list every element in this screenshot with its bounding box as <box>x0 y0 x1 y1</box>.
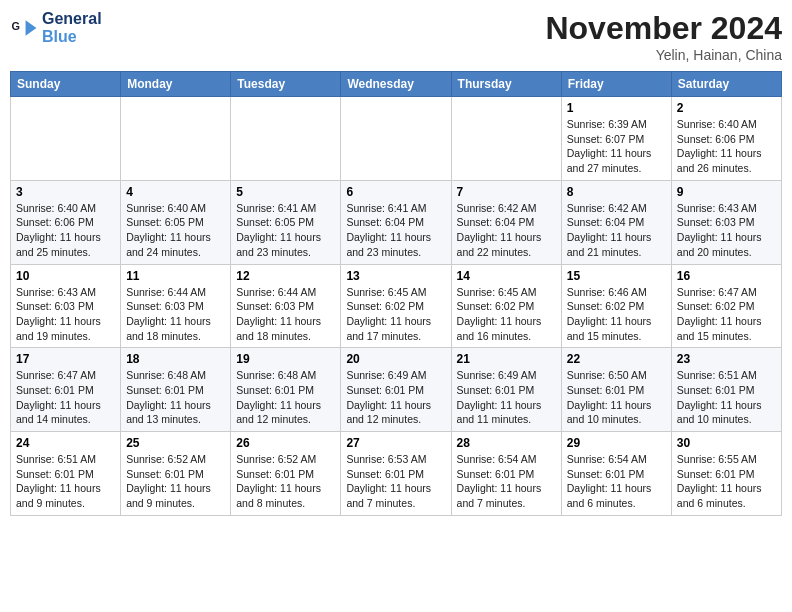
calendar-table: SundayMondayTuesdayWednesdayThursdayFrid… <box>10 71 782 516</box>
calendar-header: SundayMondayTuesdayWednesdayThursdayFrid… <box>11 72 782 97</box>
day-number: 21 <box>457 352 556 366</box>
calendar-cell: 2Sunrise: 6:40 AM Sunset: 6:06 PM Daylig… <box>671 97 781 181</box>
calendar-cell: 14Sunrise: 6:45 AM Sunset: 6:02 PM Dayli… <box>451 264 561 348</box>
day-number: 27 <box>346 436 445 450</box>
day-info: Sunrise: 6:45 AM Sunset: 6:02 PM Dayligh… <box>346 285 445 344</box>
day-info: Sunrise: 6:40 AM Sunset: 6:05 PM Dayligh… <box>126 201 225 260</box>
calendar-cell <box>121 97 231 181</box>
calendar-cell: 1Sunrise: 6:39 AM Sunset: 6:07 PM Daylig… <box>561 97 671 181</box>
day-info: Sunrise: 6:43 AM Sunset: 6:03 PM Dayligh… <box>677 201 776 260</box>
day-info: Sunrise: 6:55 AM Sunset: 6:01 PM Dayligh… <box>677 452 776 511</box>
calendar-cell: 11Sunrise: 6:44 AM Sunset: 6:03 PM Dayli… <box>121 264 231 348</box>
calendar-cell: 25Sunrise: 6:52 AM Sunset: 6:01 PM Dayli… <box>121 432 231 516</box>
title-block: November 2024 Yelin, Hainan, China <box>545 10 782 63</box>
calendar-week-row: 10Sunrise: 6:43 AM Sunset: 6:03 PM Dayli… <box>11 264 782 348</box>
day-info: Sunrise: 6:40 AM Sunset: 6:06 PM Dayligh… <box>677 117 776 176</box>
day-info: Sunrise: 6:50 AM Sunset: 6:01 PM Dayligh… <box>567 368 666 427</box>
day-info: Sunrise: 6:49 AM Sunset: 6:01 PM Dayligh… <box>346 368 445 427</box>
day-number: 14 <box>457 269 556 283</box>
weekday-header: Thursday <box>451 72 561 97</box>
calendar-cell: 9Sunrise: 6:43 AM Sunset: 6:03 PM Daylig… <box>671 180 781 264</box>
month-title: November 2024 <box>545 10 782 47</box>
calendar-cell: 19Sunrise: 6:48 AM Sunset: 6:01 PM Dayli… <box>231 348 341 432</box>
calendar-week-row: 1Sunrise: 6:39 AM Sunset: 6:07 PM Daylig… <box>11 97 782 181</box>
logo-line1: General <box>42 10 102 28</box>
calendar-cell: 16Sunrise: 6:47 AM Sunset: 6:02 PM Dayli… <box>671 264 781 348</box>
day-number: 7 <box>457 185 556 199</box>
weekday-header: Tuesday <box>231 72 341 97</box>
calendar-cell: 30Sunrise: 6:55 AM Sunset: 6:01 PM Dayli… <box>671 432 781 516</box>
day-info: Sunrise: 6:43 AM Sunset: 6:03 PM Dayligh… <box>16 285 115 344</box>
day-number: 2 <box>677 101 776 115</box>
day-number: 15 <box>567 269 666 283</box>
day-number: 11 <box>126 269 225 283</box>
calendar-cell: 18Sunrise: 6:48 AM Sunset: 6:01 PM Dayli… <box>121 348 231 432</box>
day-number: 16 <box>677 269 776 283</box>
calendar-cell: 3Sunrise: 6:40 AM Sunset: 6:06 PM Daylig… <box>11 180 121 264</box>
day-info: Sunrise: 6:42 AM Sunset: 6:04 PM Dayligh… <box>457 201 556 260</box>
weekday-header: Monday <box>121 72 231 97</box>
day-info: Sunrise: 6:52 AM Sunset: 6:01 PM Dayligh… <box>126 452 225 511</box>
day-number: 25 <box>126 436 225 450</box>
calendar-body: 1Sunrise: 6:39 AM Sunset: 6:07 PM Daylig… <box>11 97 782 516</box>
day-number: 19 <box>236 352 335 366</box>
day-info: Sunrise: 6:42 AM Sunset: 6:04 PM Dayligh… <box>567 201 666 260</box>
calendar-cell <box>451 97 561 181</box>
day-info: Sunrise: 6:54 AM Sunset: 6:01 PM Dayligh… <box>457 452 556 511</box>
day-number: 8 <box>567 185 666 199</box>
day-number: 30 <box>677 436 776 450</box>
calendar-cell: 26Sunrise: 6:52 AM Sunset: 6:01 PM Dayli… <box>231 432 341 516</box>
calendar-cell: 4Sunrise: 6:40 AM Sunset: 6:05 PM Daylig… <box>121 180 231 264</box>
day-info: Sunrise: 6:52 AM Sunset: 6:01 PM Dayligh… <box>236 452 335 511</box>
day-info: Sunrise: 6:47 AM Sunset: 6:02 PM Dayligh… <box>677 285 776 344</box>
day-info: Sunrise: 6:54 AM Sunset: 6:01 PM Dayligh… <box>567 452 666 511</box>
day-info: Sunrise: 6:53 AM Sunset: 6:01 PM Dayligh… <box>346 452 445 511</box>
day-number: 22 <box>567 352 666 366</box>
day-info: Sunrise: 6:41 AM Sunset: 6:04 PM Dayligh… <box>346 201 445 260</box>
weekday-header: Friday <box>561 72 671 97</box>
day-number: 5 <box>236 185 335 199</box>
day-number: 12 <box>236 269 335 283</box>
svg-marker-1 <box>26 20 37 36</box>
calendar-cell: 8Sunrise: 6:42 AM Sunset: 6:04 PM Daylig… <box>561 180 671 264</box>
day-number: 13 <box>346 269 445 283</box>
calendar-cell: 24Sunrise: 6:51 AM Sunset: 6:01 PM Dayli… <box>11 432 121 516</box>
day-info: Sunrise: 6:46 AM Sunset: 6:02 PM Dayligh… <box>567 285 666 344</box>
calendar-cell: 12Sunrise: 6:44 AM Sunset: 6:03 PM Dayli… <box>231 264 341 348</box>
calendar-cell: 10Sunrise: 6:43 AM Sunset: 6:03 PM Dayli… <box>11 264 121 348</box>
calendar-cell: 20Sunrise: 6:49 AM Sunset: 6:01 PM Dayli… <box>341 348 451 432</box>
calendar-cell: 28Sunrise: 6:54 AM Sunset: 6:01 PM Dayli… <box>451 432 561 516</box>
day-number: 23 <box>677 352 776 366</box>
logo: G General Blue <box>10 10 102 45</box>
calendar-cell: 29Sunrise: 6:54 AM Sunset: 6:01 PM Dayli… <box>561 432 671 516</box>
calendar-cell: 13Sunrise: 6:45 AM Sunset: 6:02 PM Dayli… <box>341 264 451 348</box>
logo-line2: Blue <box>42 28 102 46</box>
calendar-cell: 23Sunrise: 6:51 AM Sunset: 6:01 PM Dayli… <box>671 348 781 432</box>
day-number: 9 <box>677 185 776 199</box>
day-number: 17 <box>16 352 115 366</box>
day-info: Sunrise: 6:49 AM Sunset: 6:01 PM Dayligh… <box>457 368 556 427</box>
calendar-week-row: 24Sunrise: 6:51 AM Sunset: 6:01 PM Dayli… <box>11 432 782 516</box>
day-info: Sunrise: 6:39 AM Sunset: 6:07 PM Dayligh… <box>567 117 666 176</box>
weekday-header: Sunday <box>11 72 121 97</box>
calendar-cell <box>11 97 121 181</box>
day-info: Sunrise: 6:48 AM Sunset: 6:01 PM Dayligh… <box>236 368 335 427</box>
weekday-header: Saturday <box>671 72 781 97</box>
day-number: 1 <box>567 101 666 115</box>
day-info: Sunrise: 6:44 AM Sunset: 6:03 PM Dayligh… <box>236 285 335 344</box>
calendar-week-row: 3Sunrise: 6:40 AM Sunset: 6:06 PM Daylig… <box>11 180 782 264</box>
calendar-week-row: 17Sunrise: 6:47 AM Sunset: 6:01 PM Dayli… <box>11 348 782 432</box>
day-number: 29 <box>567 436 666 450</box>
calendar-cell: 21Sunrise: 6:49 AM Sunset: 6:01 PM Dayli… <box>451 348 561 432</box>
day-info: Sunrise: 6:51 AM Sunset: 6:01 PM Dayligh… <box>16 452 115 511</box>
day-info: Sunrise: 6:48 AM Sunset: 6:01 PM Dayligh… <box>126 368 225 427</box>
day-number: 20 <box>346 352 445 366</box>
day-info: Sunrise: 6:41 AM Sunset: 6:05 PM Dayligh… <box>236 201 335 260</box>
svg-text:G: G <box>12 19 20 31</box>
calendar-cell: 6Sunrise: 6:41 AM Sunset: 6:04 PM Daylig… <box>341 180 451 264</box>
day-number: 4 <box>126 185 225 199</box>
day-number: 28 <box>457 436 556 450</box>
day-number: 3 <box>16 185 115 199</box>
calendar-cell: 5Sunrise: 6:41 AM Sunset: 6:05 PM Daylig… <box>231 180 341 264</box>
calendar-cell <box>341 97 451 181</box>
